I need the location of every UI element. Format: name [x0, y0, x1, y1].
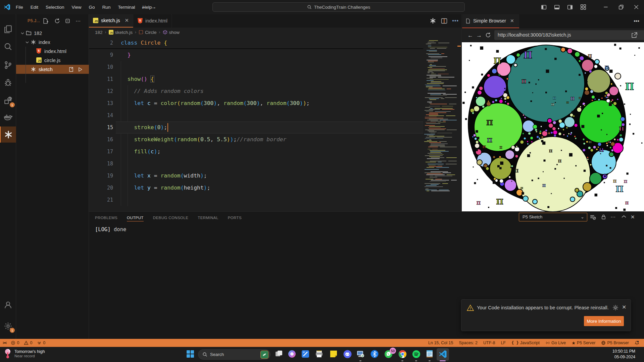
activity-account[interactable]: [0, 297, 16, 313]
taskbar-app-copilot[interactable]: [288, 350, 297, 359]
lock-icon[interactable]: [601, 214, 607, 220]
output-channel-select[interactable]: P5 Sketch⌄: [519, 213, 587, 221]
panel-tab-ports[interactable]: PORTS: [228, 216, 242, 221]
status-p5-server[interactable]: ★P5 Server: [572, 341, 595, 346]
toast-close-icon[interactable]: ✕: [622, 304, 626, 310]
status-error[interactable]: 0: [11, 341, 19, 345]
browser-reload-icon[interactable]: [485, 32, 491, 38]
menu-selection[interactable]: Selection: [42, 5, 68, 10]
browser-forward-icon[interactable]: →: [476, 32, 482, 38]
minimap[interactable]: [423, 37, 457, 211]
layout-panel-icon[interactable]: [554, 4, 560, 10]
open-external-icon[interactable]: [631, 32, 637, 38]
tree-item-sketch[interactable]: sketch: [16, 65, 89, 74]
back-arrow-icon[interactable]: ←: [141, 4, 146, 10]
tree-item-circle.js[interactable]: JScircle.js: [16, 56, 89, 65]
panel-maximize-icon[interactable]: [621, 214, 627, 220]
refresh-icon[interactable]: [54, 18, 60, 24]
menu-go[interactable]: Go: [85, 5, 99, 10]
more-actions-icon[interactable]: ⋯: [76, 18, 81, 24]
tab-simple-browser[interactable]: Simple Browser ✕: [462, 14, 519, 28]
customize-layout-icon[interactable]: [580, 4, 586, 10]
status-lf[interactable]: LF: [501, 341, 506, 345]
panel-tab-problems[interactable]: PROBLEMS: [95, 216, 117, 221]
minimize-button[interactable]: [603, 4, 609, 10]
editor-more-icon[interactable]: •••: [452, 18, 459, 24]
status-go-live[interactable]: Go Live: [545, 341, 566, 345]
more-information-button[interactable]: More Information: [584, 316, 624, 326]
split-editor-icon[interactable]: [441, 18, 447, 24]
status-remote[interactable]: ><: [3, 341, 6, 345]
close-button[interactable]: [633, 4, 639, 10]
activity-settings[interactable]: 1: [0, 318, 16, 334]
new-file-icon[interactable]: [43, 18, 48, 24]
status-p5-browser[interactable]: P5 Browser: [601, 341, 629, 345]
taskbar-app-taskview[interactable]: [275, 350, 284, 359]
status-bell[interactable]: [635, 341, 639, 345]
layout-sidebar-right-icon[interactable]: [567, 4, 573, 10]
status-javascript[interactable]: { }JavaScript: [511, 341, 540, 345]
activity-p5[interactable]: [0, 126, 16, 143]
taskbar-app-bluetooth[interactable]: [370, 350, 380, 359]
taskbar-app-spotify[interactable]: [412, 350, 421, 359]
taskbar-app-printer[interactable]: [315, 350, 324, 359]
browser-back-icon[interactable]: ←: [467, 32, 474, 38]
activity-debug[interactable]: [0, 75, 16, 91]
tab-close-icon[interactable]: ✕: [125, 17, 129, 23]
taskbar-app-notepad[interactable]: [425, 350, 435, 359]
taskbar-app-chrome[interactable]: [398, 350, 407, 359]
activity-files[interactable]: [0, 21, 16, 37]
layout-sidebar-left-icon[interactable]: [541, 4, 547, 10]
browser-tab-close-icon[interactable]: ✕: [510, 18, 514, 23]
status-utf-8[interactable]: UTF-8: [483, 341, 495, 345]
status-spaces-2[interactable]: Spaces: 2: [459, 341, 478, 345]
breadcrumb-item[interactable]: Circle: [145, 30, 157, 35]
preview-icon[interactable]: [68, 67, 74, 72]
taskbar-app-vscode[interactable]: [438, 350, 448, 359]
breadcrumb-item[interactable]: 182: [95, 30, 103, 35]
panel-more-icon[interactable]: ⋯: [610, 214, 616, 220]
breadcrumb-item[interactable]: show: [169, 30, 180, 35]
taskbar-app-snip[interactable]: [301, 350, 310, 359]
menu-file[interactable]: File: [12, 5, 27, 10]
tree-item-index.html[interactable]: 5index.html: [16, 47, 89, 56]
start-button[interactable]: [186, 350, 195, 359]
panel-close-icon[interactable]: ✕: [631, 214, 637, 220]
taskbar-clock[interactable]: 10:50:11 PM 05-09-2024: [612, 349, 635, 360]
restore-button[interactable]: [618, 4, 624, 10]
activity-extensions[interactable]: 1: [0, 93, 16, 109]
taskbar-app-whatsapp[interactable]: 50: [384, 350, 393, 359]
menu-terminal[interactable]: Terminal: [114, 5, 139, 10]
play-icon[interactable]: [78, 67, 83, 72]
taskbar-app-pc[interactable]: [356, 350, 365, 359]
taskbar-app-sticky[interactable]: [329, 350, 339, 359]
toast-settings-icon[interactable]: [612, 305, 618, 311]
activity-source-control[interactable]: [0, 57, 16, 73]
forward-arrow-icon[interactable]: →: [151, 4, 156, 10]
activity-docker[interactable]: [0, 109, 16, 125]
tab-sketch.js[interactable]: JSsketch.js✕: [89, 14, 133, 28]
menu-view[interactable]: View: [68, 5, 85, 10]
panel-tab-output[interactable]: OUTPUT: [127, 216, 144, 221]
command-center-search[interactable]: TheCodingTrain Challenges: [212, 2, 465, 12]
panel-tab-terminal[interactable]: TERMINAL: [198, 216, 218, 221]
collapse-all-icon[interactable]: [65, 18, 70, 24]
menu-run[interactable]: Run: [99, 5, 114, 10]
status-radio[interactable]: 0: [37, 341, 45, 345]
menu-edit[interactable]: Edit: [27, 5, 42, 10]
tree-item-index[interactable]: index: [16, 38, 89, 47]
tree-item-182[interactable]: 182: [16, 29, 89, 38]
status-warning[interactable]: 0: [24, 341, 32, 345]
p5-action-icon[interactable]: [430, 17, 436, 24]
clear-output-icon[interactable]: [590, 214, 596, 220]
weather-widget[interactable]: Tomorrow's highNear record: [3, 348, 45, 359]
taskbar-search[interactable]: Search: [198, 349, 270, 360]
panel-tab-debug-console[interactable]: DEBUG CONSOLE: [153, 216, 189, 221]
taskbar-app-discord[interactable]: [343, 350, 352, 359]
code-editor[interactable]: 9 }1011 show() {12 // Adds random colors…: [89, 49, 423, 211]
browser-url-input[interactable]: http://localhost:3000/182\sketch.js: [494, 30, 644, 40]
status-ln-15-col-15[interactable]: Ln 15, Col 15: [428, 341, 453, 345]
activity-search[interactable]: [0, 39, 16, 55]
tab-index.html[interactable]: 5index.html: [134, 14, 172, 28]
breadcrumb-item[interactable]: sketch.js: [115, 30, 133, 35]
